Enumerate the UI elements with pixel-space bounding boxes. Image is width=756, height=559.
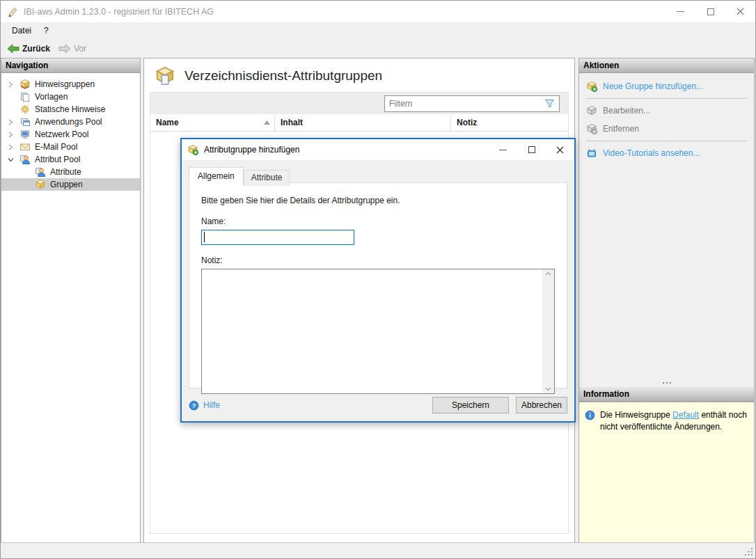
filter-icon[interactable]	[544, 99, 555, 109]
static-notices-gear-icon	[19, 104, 31, 115]
maximize-button[interactable]	[695, 1, 725, 22]
sidebar-item-statische-hinweise[interactable]: Statische Hinweise	[1, 103, 140, 116]
cancel-button[interactable]: Abbrechen	[516, 397, 567, 414]
sidebar-item-anwendungs-pool[interactable]: Anwendungs Pool	[1, 116, 140, 128]
scroll-up-icon[interactable]	[545, 271, 551, 276]
add-attribute-group-dialog: Attributgruppe hinzufügen Allgemein Attr…	[180, 138, 576, 423]
title-bar: IBI-aws Admin 1.23.0 - registriert für I…	[1, 1, 755, 22]
back-button[interactable]: Zurück	[4, 42, 53, 55]
right-sidebar: Aktionen Neue Gruppe hinzufügen...	[578, 58, 755, 543]
filter-bar	[150, 93, 568, 114]
chevron-right-icon	[8, 144, 14, 150]
chevron-down-icon	[8, 157, 14, 163]
sidebar-item-attribute[interactable]: Attribute	[1, 166, 140, 178]
dialog-maximize-button[interactable]	[517, 139, 546, 160]
network-monitor-icon	[19, 129, 31, 140]
separator	[586, 141, 747, 141]
notiz-scrollbar[interactable]	[542, 269, 554, 393]
dialog-body: Allgemein Attribute Bitte geben Sie hier…	[182, 160, 574, 421]
action-video-tutorials[interactable]: Video-Tutorials ansehen...	[579, 144, 754, 162]
close-icon	[556, 146, 564, 154]
navigation-header: Navigation	[1, 58, 140, 73]
attribute-groups-box-page-icon	[155, 65, 175, 86]
text-caret	[204, 232, 205, 242]
forward-arrow-icon	[58, 44, 71, 54]
name-label: Name:	[201, 216, 555, 226]
page-header: Verzeichnisdienst-Attributgruppen	[144, 58, 574, 92]
sidebar-item-netzwerk-pool[interactable]: Netzwerk Pool	[1, 128, 140, 141]
column-header-notiz[interactable]: Notiz	[450, 114, 568, 131]
actions-header: Aktionen	[579, 58, 754, 73]
close-button[interactable]	[725, 1, 755, 22]
remove-box-minus-icon	[586, 123, 597, 134]
sort-ascending-icon	[264, 120, 270, 125]
filter-input[interactable]	[385, 99, 544, 109]
scroll-down-icon[interactable]	[545, 387, 551, 391]
information-message: Die Hinweisgruppe Default enthält noch n…	[600, 409, 748, 535]
save-button[interactable]: Speichern	[432, 397, 509, 414]
templates-pages-icon	[19, 91, 31, 102]
window-title: IBI-aws Admin 1.23.0 - registriert für I…	[24, 7, 666, 17]
tab-allgemein[interactable]: Allgemein	[189, 167, 244, 186]
minimize-icon	[499, 150, 507, 150]
minimize-button[interactable]	[666, 1, 695, 22]
menu-help[interactable]: ?	[38, 23, 55, 38]
default-group-link[interactable]: Default	[672, 410, 699, 420]
dialog-footer: ? Hilfe Speichern Abbrechen	[189, 396, 567, 414]
status-bar	[1, 542, 755, 558]
minimize-icon	[677, 11, 684, 12]
dialog-tabs: Allgemein Attribute	[189, 167, 290, 186]
dialog-minimize-button[interactable]	[489, 139, 517, 160]
info-icon	[585, 410, 595, 420]
action-add-group[interactable]: Neue Gruppe hinzufügen...	[579, 77, 754, 95]
information-panel: Die Hinweisgruppe Default enthält noch n…	[579, 402, 754, 542]
help-link[interactable]: ? Hilfe	[189, 400, 220, 411]
add-group-box-plus-icon	[187, 144, 198, 155]
navigation-panel: Navigation Hinweisgruppen Vorlagen	[1, 58, 141, 543]
toolbar: Zurück Vor	[1, 39, 755, 58]
help-icon: ?	[189, 400, 199, 411]
dialog-close-button[interactable]	[546, 139, 574, 160]
sidebar-item-gruppen[interactable]: Gruppen	[1, 178, 140, 191]
sidebar-item-hinweisgruppen[interactable]: Hinweisgruppen	[1, 78, 140, 90]
menu-datei[interactable]: Datei	[6, 23, 38, 38]
attribute-person-icon	[19, 154, 31, 165]
chevron-right-icon	[8, 119, 14, 125]
name-field-wrap	[201, 230, 354, 245]
name-field[interactable]	[201, 230, 354, 245]
forward-button: Vor	[56, 42, 89, 55]
action-edit: Bearbeiten...	[579, 102, 754, 120]
app-window: IBI-aws Admin 1.23.0 - registriert für I…	[0, 0, 756, 559]
actions-list: Neue Gruppe hinzufügen... Bearbeiten...	[579, 73, 754, 165]
chevron-right-icon	[8, 132, 14, 138]
menu-bar: Datei ?	[1, 22, 755, 39]
dialog-title-bar: Attributgruppe hinzufügen	[182, 139, 574, 160]
close-icon	[737, 8, 744, 15]
notiz-field[interactable]	[202, 269, 542, 393]
dialog-title: Attributgruppe hinzufügen	[204, 145, 489, 155]
page-title: Verzeichnisdienst-Attributgruppen	[184, 68, 382, 84]
application-windows-icon	[19, 116, 31, 127]
resize-grip[interactable]	[744, 547, 753, 556]
notiz-label: Notiz:	[201, 255, 555, 265]
column-header-inhalt[interactable]: Inhalt	[274, 114, 450, 131]
separator	[586, 98, 747, 99]
maximize-icon	[707, 8, 714, 15]
tab-attribute[interactable]: Attribute	[244, 170, 290, 186]
column-header-name[interactable]: Name	[150, 114, 274, 131]
panel-splitter[interactable]	[579, 379, 754, 387]
attribute-person-icon	[35, 166, 46, 178]
sidebar-filler	[579, 165, 754, 379]
sidebar-item-email-pool[interactable]: E-Mail Pool	[1, 141, 140, 153]
app-logo-icon	[7, 6, 18, 17]
sidebar-item-attribut-pool[interactable]: Attribut Pool	[1, 153, 140, 166]
sidebar-item-vorlagen[interactable]: Vorlagen	[1, 90, 140, 103]
notiz-field-box	[201, 269, 555, 394]
table-header: Name Inhalt Notiz	[150, 114, 568, 132]
add-group-box-plus-icon	[586, 81, 597, 92]
email-envelope-icon	[19, 141, 31, 152]
maximize-icon	[528, 146, 535, 153]
filter-input-box	[384, 95, 560, 112]
edit-box-gray-icon	[586, 105, 597, 116]
back-arrow-icon	[7, 44, 19, 54]
